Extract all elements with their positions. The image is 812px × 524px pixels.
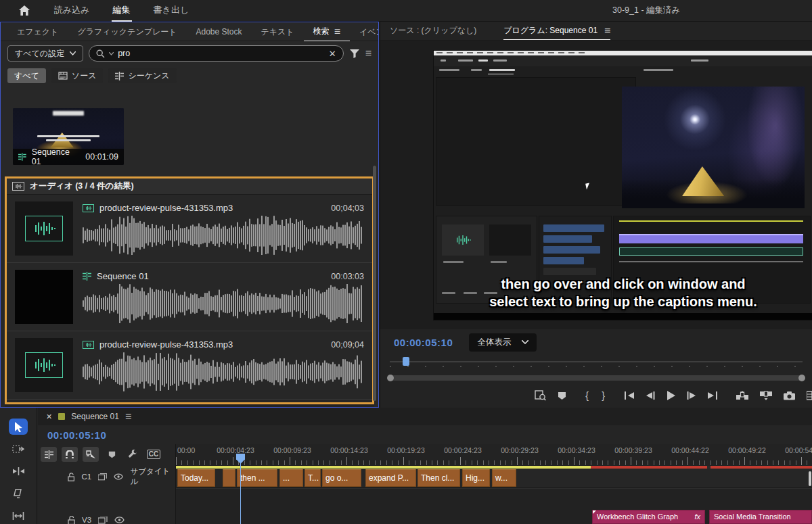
audio-result-duration: 00;04;03 [331,204,364,213]
comparison-view-icon[interactable] [535,389,546,402]
program-timecode[interactable]: 00:00:05:10 [394,337,453,348]
filter-all-button[interactable]: すべて [7,68,46,83]
top-result-card[interactable]: Sequence 01 00:01:09 [13,108,124,165]
caption-clip[interactable]: go o... [322,469,361,487]
panel-menu-icon[interactable]: ≡ [334,26,340,37]
timeline-timecode[interactable]: 00:00:05:10 [47,429,106,441]
search-input[interactable] [118,49,325,58]
audio-result-row[interactable]: Sequence 01 00:03:03 [7,263,372,331]
tab-graphic-templates[interactable]: グラフィックテンプレート [68,22,186,41]
scrollbar-right-handle[interactable] [798,375,805,381]
video-clip[interactable]: Social Media Transition [709,510,812,524]
add-marker-icon[interactable] [558,389,566,402]
nav-export[interactable]: 書き出し [152,0,191,22]
scrollbar-track[interactable] [390,375,803,381]
track-select-forward-tool[interactable] [9,441,28,457]
caption-clip[interactable]: T... [304,469,321,487]
linked-selection-toggle[interactable] [83,447,99,462]
caption-clip[interactable]: w... [492,469,516,487]
go-to-in-icon[interactable] [624,389,635,402]
button-editor-icon[interactable] [807,389,812,402]
filter-source-button[interactable]: ソース [51,68,104,83]
sequence-tab-label[interactable]: Sequence 01 [71,412,119,421]
panel-menu-icon[interactable]: ≡ [604,26,610,37]
program-zoom-scrollbar[interactable] [380,373,812,383]
video-clip[interactable]: Workbench Glitch Graph fx [592,510,705,524]
mini-playhead[interactable] [403,357,409,366]
lift-icon[interactable] [736,389,748,402]
tab-events[interactable]: イベント [350,22,379,41]
selection-tool[interactable] [9,419,28,435]
audio-results-header[interactable]: オーディオ (3 / 4 件の結果) [7,178,372,195]
track-lock-icon[interactable] [68,516,75,524]
caption-clip[interactable]: expand P... [365,469,416,487]
caption-track-channel[interactable]: C1 [81,473,91,481]
caption-clip[interactable]: ... [279,469,303,487]
caption-clip[interactable]: then ... [237,469,277,487]
program-mini-timeline[interactable] [380,355,812,373]
track-visibility-eye-icon[interactable] [114,517,125,523]
tab-search[interactable]: 検索≡ [304,22,350,41]
tab-adobe-stock[interactable]: Adobe Stock [187,23,252,40]
add-marker-icon[interactable] [104,447,120,462]
ripple-edit-tool[interactable] [9,463,28,479]
search-panel-menu-icon[interactable]: ≡ [365,48,371,59]
play-icon[interactable] [667,389,675,402]
audio-waveform-icon [25,216,63,241]
audio-waveform-preview[interactable] [83,352,364,391]
filter-funnel-icon[interactable] [349,49,360,59]
track-target-icon[interactable] [98,517,108,524]
audio-waveform-preview[interactable] [83,284,364,323]
audio-result-row[interactable]: product-review-pulse-431353.mp3 00;04;03 [7,195,372,263]
captions-cc-button[interactable]: CC [145,447,162,462]
extract-icon[interactable] [760,389,772,402]
nav-import[interactable]: 読み込み [53,0,91,22]
close-sequence-icon[interactable]: ✕ [46,412,52,421]
slip-tool[interactable] [9,508,28,524]
step-back-icon[interactable] [646,389,655,402]
caption-clip[interactable] [223,469,235,487]
mark-in-icon[interactable]: { [585,389,589,402]
timeline-ruler[interactable]: 00:00 00:00:04:23 00:00:09:23 00:00:14:2… [176,444,812,466]
caption-track-label[interactable]: サブタイトル [130,467,175,487]
tab-text[interactable]: テキスト [252,22,304,41]
timeline-vertical-scrollbar[interactable] [809,471,811,486]
timeline-settings-wrench-icon[interactable] [125,447,141,462]
audio-waveform-preview[interactable] [83,216,364,255]
caption-clip[interactable]: Hig... [462,469,490,487]
razor-tool[interactable] [9,485,28,502]
tab-program-monitor[interactable]: プログラム: Sequence 01≡ [503,25,610,40]
search-options-caret-icon[interactable] [109,52,114,55]
timeline-area: ✕ Sequence 01 ≡ 00:00:05:10 [0,408,812,524]
export-frame-icon[interactable] [784,389,795,402]
track-visibility-eye-icon[interactable] [114,473,123,480]
timeline-menu-icon[interactable]: ≡ [125,411,131,422]
search-scope-dropdown[interactable]: すべての設定 [7,45,83,62]
insert-as-nest-toggle[interactable] [41,447,57,462]
timeline-main: CC C1 サブタイトル V3 [38,444,812,524]
snap-toggle[interactable] [62,447,78,462]
caption-clip[interactable]: Then cl... [418,469,460,487]
video-frame[interactable]: then go over and click on window and sel… [434,51,812,320]
tab-source-monitor[interactable]: ソース : (クリップなし) [390,25,476,37]
nav-edit[interactable]: 編集 [112,0,132,22]
clear-search-icon[interactable]: ✕ [329,49,336,59]
top-result-info-bar: Sequence 01 00:01:09 [13,149,124,165]
playhead-line[interactable] [240,454,241,524]
track-target-icon[interactable] [98,473,107,481]
tab-effects[interactable]: エフェクト [7,22,68,41]
mark-out-icon[interactable]: } [601,389,606,402]
step-forward-icon[interactable] [687,389,696,402]
go-to-out-icon[interactable] [707,389,718,402]
zoom-level-dropdown[interactable]: 全体表示 [469,333,537,352]
video-nested-tabs [434,66,812,75]
home-icon[interactable] [19,5,30,16]
v3-track-channel[interactable]: V3 [82,516,91,524]
caption-clip[interactable]: Today... [177,469,215,487]
track-lock-icon[interactable] [68,473,74,481]
timeline-panel: ✕ Sequence 01 ≡ 00:00:05:10 [38,408,812,524]
audio-result-row[interactable]: product-review-pulse-431353.mp3 00;09;04 [7,331,372,400]
filter-sequence-button[interactable]: シーケンス [108,68,176,83]
left-panel-scrollbar[interactable] [373,166,376,401]
scrollbar-left-handle[interactable] [387,375,394,381]
